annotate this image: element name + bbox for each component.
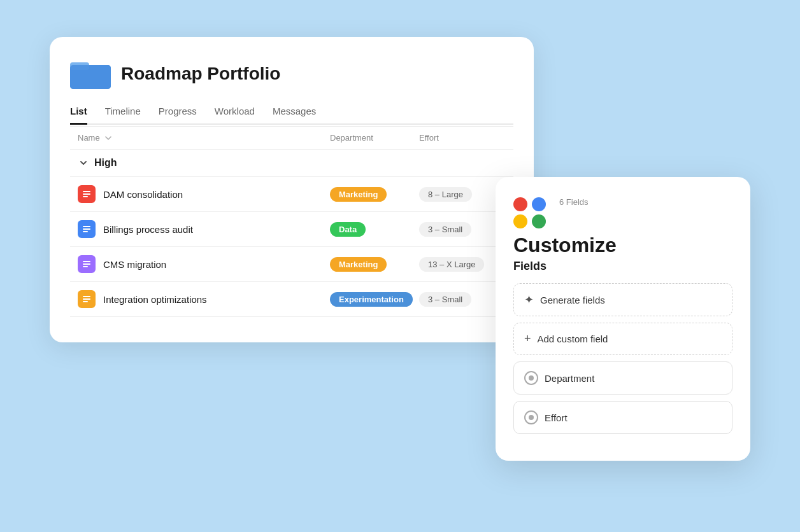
field-toggle-icon (524, 371, 538, 385)
effort-badge: 3 – Small (419, 292, 471, 307)
portfolio-title: Roadmap Portfolio (121, 64, 280, 84)
svg-rect-6 (83, 226, 90, 227)
effort-badge: 8 – Large (419, 187, 472, 202)
portfolio-card: Roadmap Portfolio List Timeline Progress… (50, 37, 534, 342)
row-department-cell: Experimentation (322, 284, 411, 315)
row-department-cell: Marketing (322, 179, 411, 210)
logo-dot-blue (532, 197, 546, 211)
svg-rect-9 (83, 261, 90, 262)
field-department[interactable]: Department (513, 361, 732, 395)
row-name-cell: DAM consolidation (70, 177, 322, 211)
row-icon-integration (78, 290, 96, 308)
table-row: DAM consolidation Marketing 8 – Large (70, 177, 513, 212)
svg-rect-3 (83, 191, 90, 192)
table-row: Integration optimizations Experimentatio… (70, 282, 513, 317)
row-department-cell: Marketing (322, 249, 411, 280)
row-name-cell: CMS migration (70, 247, 322, 281)
svg-rect-4 (83, 193, 90, 195)
row-name-cell: Billings process audit (70, 212, 322, 246)
svg-rect-13 (83, 298, 90, 300)
field-effort-label: Effort (545, 412, 568, 423)
folder-icon (70, 57, 111, 90)
department-badge: Data (330, 222, 366, 237)
table-row: CMS migration Marketing 13 – X Large (70, 247, 513, 282)
column-header-name: Name (70, 127, 322, 149)
svg-rect-7 (83, 228, 90, 230)
tabs: List Timeline Progress Workload Messages (70, 106, 513, 125)
generate-fields-label: Generate fields (540, 295, 605, 305)
generate-fields-button[interactable]: ✦ Generate fields (513, 283, 732, 316)
tab-timeline[interactable]: Timeline (105, 106, 141, 125)
svg-rect-5 (83, 196, 88, 197)
fields-section-title: Fields (513, 260, 732, 273)
table-header: Name Department Effort (70, 126, 513, 150)
panel-logo-area: 6 Fields (513, 197, 732, 228)
fields-count: 6 Fields (559, 197, 732, 207)
customize-title: Customize (513, 234, 732, 257)
logo-dot-green (532, 214, 546, 228)
department-badge: Experimentation (330, 292, 413, 307)
panel-header-right: 6 Fields (559, 197, 732, 220)
row-icon-cms (78, 255, 96, 273)
plus-icon: + (524, 332, 531, 346)
svg-rect-2 (70, 65, 111, 89)
tab-list[interactable]: List (70, 106, 87, 125)
field-circle-inner (529, 415, 534, 420)
tab-messages[interactable]: Messages (273, 106, 316, 125)
group-row-high: High (70, 150, 513, 177)
department-badge: Marketing (330, 257, 387, 272)
row-department-cell: Data (322, 214, 411, 245)
row-icon-dam (78, 185, 96, 203)
svg-rect-14 (83, 301, 88, 302)
row-name-cell: Integration optimizations (70, 282, 322, 316)
group-label: High (94, 157, 117, 169)
app-logo (513, 197, 546, 228)
tab-progress[interactable]: Progress (159, 106, 197, 125)
effort-badge: 13 – X Large (419, 257, 484, 272)
sparkle-icon: ✦ (524, 293, 534, 307)
department-badge: Marketing (330, 187, 387, 202)
tab-workload[interactable]: Workload (215, 106, 255, 125)
column-header-effort: Effort (411, 127, 513, 149)
customize-panel: 6 Fields Customize Fields ✦ Generate fie… (496, 177, 750, 461)
add-custom-field-button[interactable]: + Add custom field (513, 323, 732, 355)
row-icon-billings (78, 220, 96, 238)
svg-rect-11 (83, 266, 88, 267)
column-header-department: Department (322, 127, 411, 149)
add-custom-field-label: Add custom field (538, 333, 608, 344)
logo-dot-yellow (513, 214, 527, 228)
scene: Roadmap Portfolio List Timeline Progress… (50, 37, 750, 495)
field-toggle-icon (524, 410, 538, 424)
portfolio-header: Roadmap Portfolio (70, 57, 513, 90)
svg-rect-8 (83, 231, 88, 232)
svg-rect-12 (83, 296, 90, 297)
field-circle-inner (529, 375, 534, 381)
logo-dot-red (513, 197, 527, 211)
effort-badge: 3 – Small (419, 222, 471, 237)
field-department-label: Department (545, 373, 594, 384)
field-effort[interactable]: Effort (513, 401, 732, 434)
table-row: Billings process audit Data 3 – Small (70, 212, 513, 247)
svg-rect-10 (83, 263, 90, 265)
